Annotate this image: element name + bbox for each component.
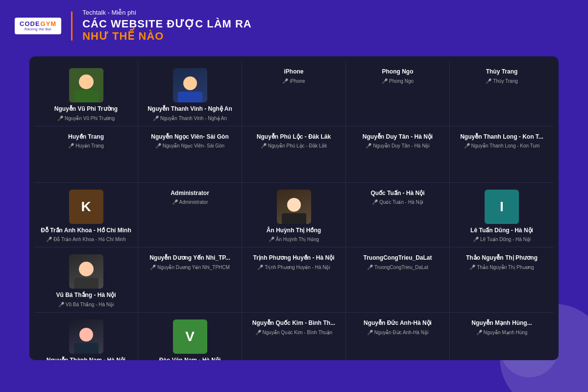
header-text: Techtalk - Miễn phí CÁC WEBSITE ĐƯỢC LÀM… [82,9,252,43]
avatar: I [485,190,519,224]
main-container: Nguyễn Vũ Phi Trường Nguyễn Vũ Phi Trườn… [29,56,559,360]
participant-label: iPhone [282,78,305,84]
logo-gym: GYM [41,21,57,27]
avatar: K [69,190,103,224]
list-item: Nguyễn Ngọc Viên- Sài Gòn Nguyễn Ngọc Vi… [138,126,242,183]
list-item: Administrator Administrator [138,183,242,248]
list-item: Quốc Tuấn - Hà Nội Quốc Tuấn - Hà Nội [346,183,450,248]
participant-label: Nguyễn Đức Anh-Hà Nội [367,330,428,335]
participant-label: Nguyễn Thanh Vinh - Nghệ An [153,116,227,121]
participant-name: Nguyễn Vũ Phi Trường [54,105,118,113]
avatar: V [173,319,207,354]
avatar [69,254,103,289]
logo-tagline: Raising the Bar [24,27,51,31]
avatar [173,68,207,102]
list-item: K Đỗ Trần Anh Khoa - Hồ Chí Minh Đỗ Trần… [34,183,138,248]
participant-label: Thảo Nguyễn Thị Phương [469,265,534,270]
list-item: Nguyễn Đức Anh-Hà Nội Nguyễn Đức Anh-Hà … [346,313,450,360]
participant-name: Nguyễn Thanh Long - Kon T... [460,133,543,141]
participant-name: Đỗ Trần Anh Khoa - Hồ Chí Minh [41,227,131,235]
participant-label: Phong Ngo [382,78,414,84]
list-item: Ân Huỳnh Thị Hồng Ân Huỳnh Thị Hồng [242,183,346,248]
avatar [69,319,103,354]
participant-label: Quốc Tuấn - Hà Nội [372,199,423,205]
list-item: Thảo Nguyễn Thị Phương Thảo Nguyễn Thị P… [450,247,554,313]
participant-label: Huyền Trang [68,143,104,148]
participant-name: Phong Ngo [382,68,414,76]
list-item: Nguyễn Dương Yến Nhi_TP... Nguyễn Dương … [138,247,242,313]
participant-name: Vũ Bá Thắng - Hà Nội [56,292,116,299]
list-item: Nguyễn Quốc Kim - Bình Th... Nguyễn Quốc… [242,313,346,360]
participant-label: Thùy Trang [486,78,518,84]
participant-label: Nguyễn Vũ Phi Trường [57,116,115,121]
list-item: Nguyễn Thanh Vinh - Nghệ An Nguyễn Thanh… [138,61,242,126]
list-item: Huyền Trang Huyền Trang [34,126,138,183]
participant-label: Nguyễn Ngọc Viên- Sài Gòn [155,143,224,148]
participant-name: Nguyễn Ngọc Viên- Sài Gòn [151,133,228,141]
avatar [277,190,311,224]
list-item: I Lê Tuấn Dũng - Hà Nội Lê Tuấn Dũng - H… [450,183,554,248]
list-item: TruongCongTrieu_DaLat TruongCongTrieu_Da… [346,247,450,313]
participant-name: Ân Huỳnh Thị Hồng [267,227,321,235]
participant-name: iPhone [284,68,303,76]
participant-name: Thùy Trang [486,68,518,76]
header: CODE GYM Raising the Bar Techtalk - Miễn… [0,0,588,51]
participant-name: Nguyễn Dương Yến Nhi_TP... [149,254,230,262]
logo-divider [71,11,73,41]
participant-name: Lê Tuấn Dũng - Hà Nội [470,227,533,235]
list-item: iPhone iPhone [242,61,346,126]
participant-name: Thảo Nguyễn Thị Phương [466,254,538,262]
header-title-accent: NHƯ THẾ NÀO [82,30,252,43]
participant-name: Huyền Trang [68,133,104,141]
participant-name: TruongCongTrieu_DaLat [363,254,432,262]
participant-name: Trịnh Phương Huyền - Hà Nội [253,254,335,262]
participant-label: Nguyễn Duy Tân - Hà Nội [366,143,429,148]
list-item: Nguyễn Phú Lộc - Đăk Lăk Nguyễn Phú Lộc … [242,126,346,183]
participant-label: Trịnh Phương Huyền - Hà Nội [257,265,330,270]
participant-label: TruongCongTrieu_DaLat [367,265,428,270]
list-item: Nguyễn Duy Tân - Hà Nội Nguyễn Duy Tân -… [346,126,450,183]
list-item: Nguyễn Mạnh Hùng... Nguyễn Mạnh Hùng [450,313,554,360]
participant-label: Nguyễn Thanh Long - Kon Tum [464,143,540,148]
header-subtitle: Techtalk - Miễn phí [82,9,252,16]
participant-name: Quốc Tuấn - Hà Nội [370,190,424,197]
participant-label: Ân Huỳnh Thị Hồng [269,237,319,242]
list-item: V Đào Văn Nam - Hà Nội Đào Văn Nam - Hà … [138,313,242,360]
header-title-main: CÁC WEBSITE ĐƯỢC LÀM RA [82,18,252,30]
list-item: Nguyễn Thành Nam - Hà Nội Nguyễn Thành N… [34,313,138,360]
participant-label: Nguyễn Dương Yến Nhi_TPHCM [150,265,230,270]
participant-name: Nguyễn Đức Anh-Hà Nội [364,319,432,327]
list-item: Phong Ngo Phong Ngo [346,61,450,126]
participant-label: Administrator [172,199,208,205]
participant-label: Vũ Bá Thắng - Hà Nội [58,302,114,307]
participant-name: Nguyễn Phú Lộc - Đăk Lăk [257,133,331,141]
list-item: Thùy Trang Thùy Trang [450,61,554,126]
list-item: Vũ Bá Thắng - Hà Nội Vũ Bá Thắng - Hà Nộ… [34,247,138,313]
participant-label: Nguyễn Mạnh Hùng [476,330,528,335]
participant-name: Đào Văn Nam - Hà Nội [159,357,221,360]
list-item: Nguyễn Thanh Long - Kon T... Nguyễn Than… [450,126,554,183]
participant-label: Đỗ Trần Anh Khoa - Hồ Chí Minh [46,237,126,242]
participant-label: Nguyễn Phú Lộc - Đăk Lăk [261,143,327,148]
participant-name: Nguyễn Quốc Kim - Bình Th... [252,319,335,327]
participant-name: Nguyễn Thành Nam - Hà Nội [47,357,125,360]
participant-name: Nguyễn Mạnh Hùng... [471,319,532,327]
list-item: Trịnh Phương Huyền - Hà Nội Trịnh Phương… [242,247,346,313]
participant-name: Nguyễn Duy Tân - Hà Nội [363,133,433,141]
logo: CODE GYM Raising the Bar [15,18,61,34]
participants-grid: Nguyễn Vũ Phi Trường Nguyễn Vũ Phi Trườn… [34,61,554,360]
participant-label: Lê Tuấn Dũng - Hà Nội [473,237,531,242]
participant-label: Nguyễn Quốc Kim - Bình Thuận [255,330,333,335]
list-item: Nguyễn Vũ Phi Trường Nguyễn Vũ Phi Trườn… [34,61,138,126]
participant-name: Administrator [171,190,209,197]
logo-code: CODE [20,21,40,27]
participant-name: Nguyễn Thanh Vinh - Nghệ An [147,105,232,113]
avatar [69,68,103,102]
